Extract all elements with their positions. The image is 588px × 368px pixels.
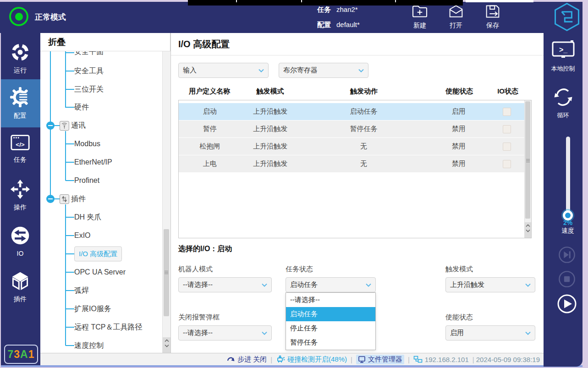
code-window-icon: </> bbox=[10, 133, 31, 154]
table-scrollbar-thumb[interactable] bbox=[525, 101, 530, 219]
robot-mode-select[interactable]: --请选择-- bbox=[178, 277, 272, 292]
dropdown-option[interactable]: --请选择-- bbox=[286, 293, 375, 307]
tree-scrollbar[interactable] bbox=[162, 51, 170, 353]
cell-trigger-action: 无 bbox=[300, 142, 428, 151]
trigger-mode-select[interactable]: 上升沿触发 bbox=[445, 277, 535, 292]
tree-line bbox=[66, 308, 74, 309]
title-divider bbox=[171, 55, 544, 55]
tree-item[interactable]: EtherNet/IP bbox=[74, 158, 112, 166]
tree-line bbox=[66, 71, 74, 71]
config-row: 配置default* bbox=[317, 21, 360, 29]
speed-slider-track[interactable] bbox=[566, 137, 570, 219]
tree-line bbox=[66, 272, 74, 273]
dropdown-option[interactable]: 暂停任务 bbox=[286, 335, 375, 350]
io-state-checkbox[interactable] bbox=[503, 160, 511, 168]
loop-label: 循环 bbox=[557, 111, 569, 120]
io-state-checkbox[interactable] bbox=[503, 143, 511, 151]
tree-item[interactable]: 安全工具 bbox=[74, 66, 104, 76]
column-header: 触发模式 bbox=[241, 87, 300, 96]
tree-item[interactable]: ExIO bbox=[74, 231, 91, 240]
tree-line bbox=[66, 290, 74, 291]
step-status[interactable]: 步进 关闭 bbox=[227, 355, 267, 364]
cell-trigger-action: 无 bbox=[300, 159, 428, 168]
top-artifact-bar bbox=[188, 0, 463, 5]
tree-node-comm[interactable]: 通讯 bbox=[71, 121, 86, 131]
table-header: 用户定义名称 触发模式 触发动作 使能状态 IO状态 bbox=[178, 82, 525, 100]
dropdown-option-selected[interactable]: 启动任务 bbox=[286, 307, 375, 321]
tree-line bbox=[66, 180, 74, 181]
new-button[interactable]: 新建 bbox=[405, 5, 434, 30]
right-sidebar: >_ 本地控制 循环 2% 速度 bbox=[544, 33, 583, 367]
open-button[interactable]: 打开 bbox=[441, 5, 471, 30]
sidebar-item-config[interactable]: 配置 bbox=[0, 79, 40, 127]
left-edge-strip bbox=[0, 33, 1, 368]
sidebar-item-plugin[interactable]: 插件 bbox=[0, 270, 40, 303]
column-header: IO状态 bbox=[490, 87, 525, 96]
sidebar-item-operate[interactable]: 操作 bbox=[0, 179, 40, 212]
table-scrollbar-arrows[interactable] bbox=[525, 222, 531, 238]
task-state-select[interactable]: 启动任务 bbox=[286, 277, 376, 292]
io-direction-select[interactable]: 输入 bbox=[178, 63, 269, 78]
tree-node-plugin[interactable]: 插件 bbox=[71, 194, 86, 204]
tree-item[interactable]: Modbus bbox=[74, 140, 100, 148]
local-control-button[interactable]: >_ 本地控制 bbox=[544, 40, 583, 73]
tree-scrollbar-thumb[interactable] bbox=[164, 229, 169, 316]
save-icon bbox=[484, 12, 501, 20]
tree-item[interactable]: 三位开关 bbox=[74, 85, 104, 94]
sidebar-item-io[interactable]: IO bbox=[0, 225, 40, 257]
tree-item[interactable]: 速度控制 bbox=[74, 341, 104, 351]
tree-scrollbar-arrows[interactable] bbox=[163, 337, 170, 353]
io-state-checkbox[interactable] bbox=[503, 108, 511, 116]
tree-line bbox=[65, 131, 66, 181]
tree-line bbox=[66, 217, 74, 218]
tree-item[interactable]: Profinet bbox=[74, 176, 99, 185]
gear-icon bbox=[10, 87, 31, 110]
tree-line bbox=[66, 235, 74, 236]
enable-state-label: 使能状态 bbox=[445, 313, 473, 322]
cell-name: 上电 bbox=[179, 159, 241, 168]
tree-item[interactable]: DH 夹爪 bbox=[74, 213, 102, 222]
tree-item[interactable]: 硬件 bbox=[74, 103, 89, 112]
table-row[interactable]: 上电 上升沿触发 无 禁用 bbox=[179, 155, 524, 173]
ip-address: 192.168.2.101 bbox=[425, 356, 469, 363]
table-scrollbar[interactable] bbox=[524, 100, 531, 238]
table-row[interactable]: 松抱闸 上升沿触发 无 禁用 bbox=[179, 138, 524, 155]
cube-icon bbox=[10, 271, 30, 293]
new-label: 新建 bbox=[405, 22, 434, 30]
cell-trigger-mode: 上升沿触发 bbox=[241, 125, 300, 133]
cell-name: 暂停 bbox=[179, 125, 241, 133]
tree-item-selected[interactable]: I/O 高级配置 bbox=[74, 247, 122, 262]
register-type-select[interactable]: 布尔寄存器 bbox=[279, 63, 368, 78]
dropdown-option[interactable]: 停止任务 bbox=[286, 321, 375, 335]
file-manager-button[interactable]: 文件管理器 bbox=[356, 355, 404, 364]
sidebar-item-run[interactable]: 运行 bbox=[0, 42, 40, 74]
badge-char: 1 bbox=[28, 348, 35, 361]
tree-item[interactable]: 远程 TCP＆工具路径 bbox=[74, 323, 142, 332]
tree-scroll-area: 安全平面 安全工具 三位开关 硬件 通讯 Modbus EtherNet/IP … bbox=[40, 51, 162, 353]
tree-collapse-node-icon[interactable] bbox=[46, 195, 55, 203]
collision-icon bbox=[276, 355, 285, 363]
tree-item[interactable]: 弧焊 bbox=[74, 286, 89, 296]
sidebar-item-label: 运行 bbox=[14, 66, 27, 75]
enable-state-select[interactable]: 启用 bbox=[445, 325, 535, 341]
tree-item[interactable]: 扩展IO服务 bbox=[74, 304, 111, 314]
tree-item[interactable]: OPC UA Server bbox=[74, 268, 126, 276]
play-button[interactable] bbox=[557, 294, 577, 316]
network-icon bbox=[413, 356, 423, 363]
loop-button[interactable]: 循环 bbox=[544, 87, 583, 120]
stop-button[interactable] bbox=[558, 270, 576, 290]
right-edge-strip bbox=[583, 0, 588, 368]
save-button[interactable]: 保存 bbox=[478, 5, 507, 30]
tree-collapse-header[interactable]: 折叠 bbox=[40, 33, 170, 51]
io-state-checkbox[interactable] bbox=[503, 125, 511, 133]
top-artifact-white bbox=[466, 0, 533, 2]
sidebar-item-task[interactable]: </> 任务 bbox=[0, 132, 40, 165]
tree-collapse-node-icon[interactable] bbox=[46, 121, 55, 130]
status-bar: 步进 关闭 | 碰撞检测开启(48%) | 文件管理器 | 192.168.2.… bbox=[40, 353, 544, 365]
collision-status[interactable]: 碰撞检测开启(48%) bbox=[276, 355, 347, 364]
table-row[interactable]: 暂停 上升沿触发 暂停任务 禁用 bbox=[179, 121, 524, 138]
tree-item-clipped[interactable]: 安全平面 bbox=[74, 51, 104, 57]
step-forward-button[interactable] bbox=[558, 246, 576, 265]
table-row[interactable]: 启动 上升沿触发 启动任务 启用 bbox=[179, 103, 524, 121]
close-alarm-select[interactable]: --请选择-- bbox=[178, 325, 272, 341]
